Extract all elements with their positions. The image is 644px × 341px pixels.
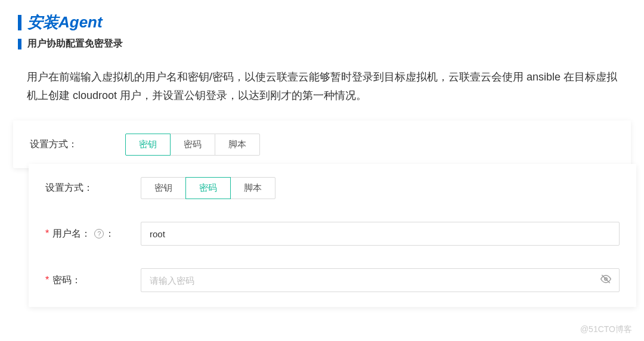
required-mark: * <box>45 228 49 239</box>
password-input-wrapper <box>141 268 620 292</box>
username-row: * 用户名 ： ? ： <box>45 222 620 246</box>
method-option-script-front[interactable]: 脚本 <box>230 177 275 199</box>
password-input[interactable] <box>141 268 620 292</box>
username-label: * 用户名 ： ? ： <box>45 228 141 240</box>
settings-panel-password: 设置方式： 密钥 密码 脚本 * 用户名 ： ? ： * 密码 ： <box>29 164 636 307</box>
page-title: 安装Agent <box>27 12 103 33</box>
method-radio-group-front: 密钥 密码 脚本 <box>141 177 275 199</box>
title-accent-bar <box>18 15 21 30</box>
password-label-text: 密码 <box>52 274 72 287</box>
password-label: * 密码 ： <box>45 274 141 287</box>
subtitle-accent-bar <box>18 39 21 49</box>
method-option-key-front[interactable]: 密钥 <box>141 177 186 199</box>
watermark: @51CTO博客 <box>580 324 632 335</box>
method-row-back: 设置方式： 密钥 密码 脚本 <box>30 134 614 156</box>
method-option-script-back[interactable]: 脚本 <box>215 134 260 156</box>
page-subtitle-row: 用户协助配置免密登录 <box>18 38 626 50</box>
method-radio-group-back: 密钥 密码 脚本 <box>125 134 260 156</box>
eye-off-icon[interactable] <box>600 274 611 287</box>
page-subtitle: 用户协助配置免密登录 <box>27 38 123 50</box>
method-label-front: 设置方式： <box>45 182 141 194</box>
method-label-back: 设置方式： <box>30 138 125 151</box>
method-row-front: 设置方式： 密钥 密码 脚本 <box>45 177 620 199</box>
description-text: 用户在前端输入虚拟机的用户名和密钥/密码，以使云联壹云能够暂时登录到目标虚拟机，… <box>0 68 644 122</box>
username-input[interactable] <box>141 222 620 246</box>
help-icon[interactable]: ? <box>94 229 104 238</box>
settings-panel-key: 设置方式： 密钥 密码 脚本 <box>13 120 631 168</box>
password-row: * 密码 ： <box>45 268 620 292</box>
method-option-password-front[interactable]: 密码 <box>185 177 231 199</box>
method-option-password-back[interactable]: 密码 <box>170 134 215 156</box>
required-mark: * <box>45 275 49 286</box>
method-option-key-back[interactable]: 密钥 <box>125 134 171 156</box>
username-label-text: 用户名 <box>52 228 81 240</box>
page-title-row: 安装Agent <box>18 12 626 33</box>
